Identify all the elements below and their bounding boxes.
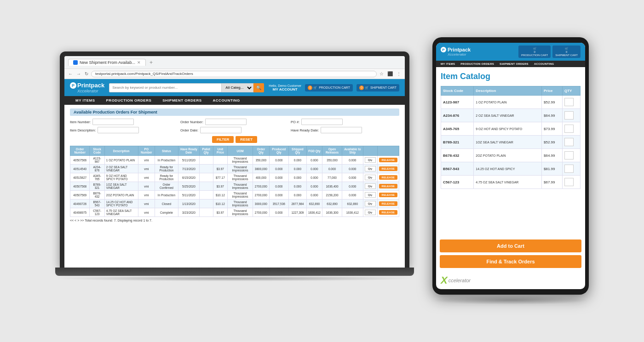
- qty-input-cell[interactable]: [363, 200, 377, 208]
- tab-close-icon[interactable]: ✕: [137, 60, 141, 65]
- catalog-qty-input[interactable]: [564, 111, 574, 120]
- order-number-cell[interactable]: 40507569: [70, 191, 90, 200]
- reset-button[interactable]: RESET: [236, 136, 257, 143]
- release-button[interactable]: RELEASE: [379, 166, 397, 171]
- action-cell[interactable]: RELEASE: [377, 182, 399, 191]
- tablet-shipment-cart-btn[interactable]: 🛒 0 SHIPMENT CART: [552, 46, 581, 58]
- filter-button[interactable]: FILTER: [212, 136, 234, 143]
- release-button[interactable]: RELEASE: [379, 175, 397, 180]
- catalog-qty-input[interactable]: [564, 98, 574, 106]
- table-row: 40507566 A123-987 1 OZ POTATO PLAIN vmi …: [70, 156, 399, 165]
- order-number-cell[interactable]: 40515827: [70, 173, 90, 182]
- catalog-qty-cell[interactable]: [562, 96, 580, 109]
- catalog-qty-cell[interactable]: [562, 162, 580, 176]
- qty-input-cell[interactable]: [363, 182, 377, 191]
- order-number-input[interactable]: [205, 119, 247, 125]
- qty-field[interactable]: [365, 175, 376, 180]
- item-desc-input[interactable]: [98, 127, 139, 133]
- qty-input-cell[interactable]: [363, 173, 377, 182]
- nav-my-items[interactable]: MY ITEMS: [70, 96, 101, 105]
- qty-input-cell[interactable]: [363, 156, 377, 165]
- tablet-production-cart-btn[interactable]: 🛒 0 PRODUCTION CART: [518, 46, 551, 58]
- catalog-row: A345-765 9 OZ HOT AND SPICY POTATO $73.9…: [441, 122, 581, 136]
- order-number-cell[interactable]: 40490726: [70, 200, 90, 208]
- order-number-cell[interactable]: 40498975: [70, 208, 90, 217]
- action-cell[interactable]: RELEASE: [377, 165, 399, 173]
- new-tab-icon[interactable]: +: [148, 59, 155, 66]
- qty-field[interactable]: [365, 201, 376, 206]
- tablet-nav-production[interactable]: PRODUCTION ORDERS: [458, 61, 497, 67]
- nav-shipment-orders[interactable]: SHIPMENT ORDERS: [157, 96, 207, 105]
- nav-accounting[interactable]: ACCOUNTING: [207, 96, 246, 105]
- tablet-nav-my-items[interactable]: MY ITEMS: [438, 61, 458, 67]
- ready-date-input[interactable]: [321, 127, 362, 133]
- back-btn[interactable]: ←: [67, 71, 74, 76]
- nav-production-orders[interactable]: PRODUCTION ORDERS: [101, 96, 157, 105]
- order-number-cell[interactable]: 40514540: [70, 165, 90, 173]
- catalog-price: $67.99: [541, 176, 562, 189]
- release-button[interactable]: RELEASE: [379, 158, 397, 162]
- menu-icon[interactable]: ⋮: [396, 71, 402, 76]
- bookmark-icon[interactable]: ☆: [379, 71, 385, 76]
- qty-field[interactable]: [365, 192, 376, 198]
- release-button[interactable]: RELEASE: [379, 210, 397, 215]
- catalog-qty-input[interactable]: [564, 178, 574, 186]
- add-to-cart-button[interactable]: Add to Cart: [440, 239, 581, 252]
- qty-input-cell[interactable]: [363, 191, 377, 200]
- stock-code-cell: A123-987: [90, 156, 104, 165]
- order-date-input[interactable]: [200, 127, 242, 133]
- catalog-qty-cell[interactable]: [562, 149, 580, 162]
- catalog-stock-code: A234-876: [441, 109, 474, 122]
- catalog-qty-cell[interactable]: [562, 109, 580, 122]
- my-account-area[interactable]: Hello, Demo Customer MY ACCOUNT: [269, 84, 301, 91]
- action-cell[interactable]: RELEASE: [377, 200, 399, 208]
- action-cell[interactable]: RELEASE: [377, 191, 399, 200]
- action-cell[interactable]: RELEASE: [377, 156, 399, 165]
- catalog-qty-cell[interactable]: [562, 176, 580, 189]
- catalog-qty-cell[interactable]: [562, 122, 580, 136]
- release-button[interactable]: RELEASE: [379, 193, 397, 197]
- catalog-qty-input[interactable]: [564, 151, 574, 160]
- tablet-production-cart-label: PRODUCTION CART: [521, 54, 548, 57]
- release-button[interactable]: RELEASE: [379, 201, 397, 206]
- unit-price-cell: $10.12: [213, 200, 227, 208]
- item-number-label: Item Number:: [70, 120, 91, 124]
- extensions-icon[interactable]: ⬛: [386, 71, 394, 76]
- action-cell[interactable]: RELEASE: [377, 208, 399, 217]
- qty-input-cell[interactable]: [363, 208, 377, 217]
- action-cell[interactable]: RELEASE: [377, 173, 399, 182]
- order-number-cell[interactable]: 40507568: [70, 182, 90, 191]
- qty-input-cell[interactable]: [363, 165, 377, 173]
- find-track-button[interactable]: Find & Track Orders: [440, 255, 581, 268]
- search-button[interactable]: 🔍: [253, 83, 264, 92]
- search-category-select[interactable]: All Categ...: [222, 83, 253, 92]
- url-input[interactable]: testportal.printpack.com/Printpack_QS/Fi…: [91, 71, 377, 77]
- available-to-ship-cell: 0.000: [342, 156, 363, 165]
- catalog-qty-input[interactable]: [564, 138, 574, 146]
- search-input[interactable]: [109, 83, 222, 92]
- qty-field[interactable]: [365, 157, 376, 163]
- address-bar: ← → ↻ testportal.printpack.com/Printpack…: [64, 69, 405, 79]
- po-input[interactable]: [301, 119, 343, 125]
- production-cart-label: PRODUCTION CART: [319, 86, 350, 89]
- tablet-production-cart-icon: 🛒: [533, 47, 536, 50]
- qty-field[interactable]: [365, 166, 376, 171]
- catalog-qty-cell[interactable]: [562, 136, 580, 149]
- release-button[interactable]: RELEASE: [379, 184, 397, 188]
- qty-field[interactable]: [365, 183, 376, 189]
- item-number-input[interactable]: [92, 119, 134, 125]
- catalog-qty-input[interactable]: [564, 125, 574, 133]
- shipment-cart-btn[interactable]: 0 🛒 SHIPMENT CART: [356, 84, 399, 91]
- forward-btn[interactable]: →: [75, 71, 82, 76]
- catalog-qty-input[interactable]: [564, 165, 574, 173]
- tablet-nav-shipment[interactable]: SHIPMENT ORDERS: [497, 61, 531, 67]
- qty-field[interactable]: [365, 210, 376, 215]
- stock-code-cell: C567-123: [90, 208, 104, 217]
- order-number-cell[interactable]: 40507566: [70, 156, 90, 165]
- po-number-cell: vmi: [138, 182, 155, 191]
- production-cart-btn[interactable]: 0 🛒 PRODUCTION CART: [305, 84, 353, 91]
- reload-btn[interactable]: ↻: [84, 71, 89, 76]
- tablet-nav-accounting[interactable]: ACCOUNTING: [531, 61, 557, 67]
- browser-tab[interactable]: New Shipment From Availab... ✕: [68, 59, 146, 66]
- shipped-qty-cell: 2877,984: [289, 200, 307, 208]
